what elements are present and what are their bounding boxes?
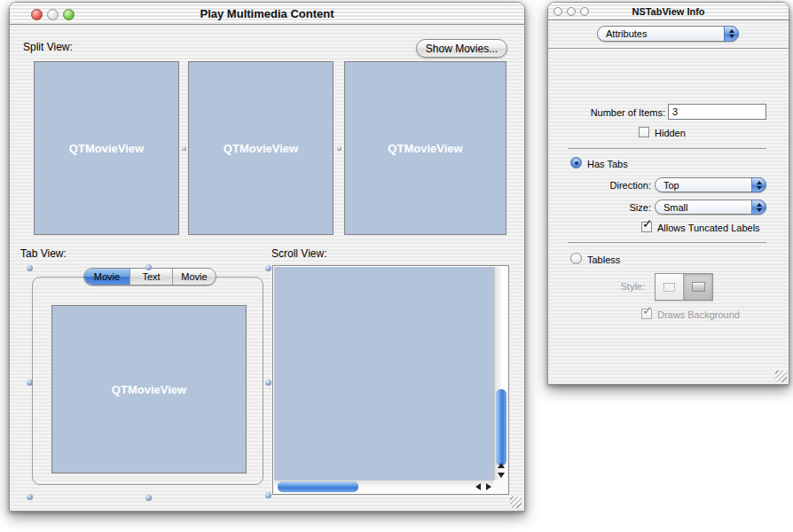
scroll-right-button[interactable]	[483, 481, 494, 493]
draws-background-checkbox: ✓	[641, 309, 652, 319]
right-arrow-icon	[486, 483, 491, 490]
tab-bar: Movie Text Movie	[83, 268, 216, 286]
tab-content-movie-view[interactable]: QTMovieView	[51, 305, 247, 473]
tab-view-label: Tab View:	[20, 247, 67, 260]
minimize-button[interactable]	[47, 9, 59, 20]
size-popup[interactable]: Small	[655, 200, 766, 215]
tab-label: Movie	[94, 271, 120, 282]
down-arrow-icon	[498, 473, 505, 478]
scrollbar-corner	[494, 480, 507, 493]
bevel-rect-icon	[692, 282, 705, 292]
split-pane-2[interactable]: QTMovieView	[188, 61, 334, 235]
window-title: Play Multimedia Content	[200, 7, 334, 20]
scroll-up-button[interactable]	[495, 460, 507, 470]
split-view-label: Split View:	[23, 41, 73, 53]
divider	[568, 148, 766, 149]
style-label: Style:	[557, 281, 645, 292]
split-divider-dimple-icon[interactable]	[182, 146, 186, 151]
tab-movie-2[interactable]: Movie	[173, 269, 216, 285]
hidden-checkbox[interactable]	[639, 127, 649, 137]
style-segmented-control	[655, 273, 713, 301]
scroll-view-content[interactable]	[274, 267, 494, 480]
selection-handle[interactable]	[265, 379, 271, 386]
has-tabs-label: Has Tabs	[587, 159, 628, 169]
number-of-items-value: 3	[672, 106, 678, 117]
divider	[568, 242, 766, 243]
show-movies-button-label: Show Movies...	[426, 43, 498, 55]
size-label: Size:	[557, 202, 651, 213]
direction-popup-value: Top	[663, 180, 679, 191]
left-arrow-icon	[475, 483, 481, 490]
main-window-titlebar[interactable]: Play Multimedia Content	[10, 3, 524, 25]
direction-popup[interactable]: Top	[655, 177, 766, 192]
checkmark-icon: ✓	[642, 216, 653, 231]
qtmovieview-label: QTMovieView	[69, 142, 144, 155]
vertical-scrollbar-thumb[interactable]	[496, 389, 506, 466]
allows-truncated-label: Allows Tuncated Labels	[657, 223, 760, 233]
qtmovieview-label: QTMovieView	[112, 383, 186, 396]
style-bezel-segment	[684, 274, 712, 300]
draws-background-label: Draws Background	[657, 309, 740, 320]
number-of-items-field[interactable]: 3	[668, 104, 766, 120]
qtmovieview-label: QTMovieView	[388, 142, 462, 155]
selection-handle[interactable]	[145, 264, 152, 270]
tab-text[interactable]: Text	[130, 269, 173, 285]
inspector-window: NSTabView Info Attributes Number of Item…	[547, 2, 789, 385]
split-pane-1[interactable]: QTMovieView	[34, 61, 179, 235]
divider	[548, 48, 789, 49]
pane-popup-value: Attributes	[606, 28, 647, 39]
resize-grip[interactable]	[510, 497, 522, 508]
scroll-left-button[interactable]	[473, 481, 483, 493]
dotted-rect-icon	[663, 283, 675, 292]
popup-stepper-icon	[751, 200, 766, 215]
selection-handle[interactable]	[27, 494, 33, 500]
has-tabs-radio[interactable]	[570, 157, 582, 168]
close-button[interactable]	[31, 9, 43, 20]
vertical-scrollbar[interactable]	[494, 267, 507, 480]
close-button[interactable]	[554, 7, 562, 16]
popup-stepper-icon	[724, 26, 739, 42]
horizontal-scrollbar-thumb[interactable]	[278, 481, 358, 492]
show-movies-button[interactable]: Show Movies...	[416, 39, 507, 58]
selection-handle[interactable]	[27, 265, 33, 271]
allows-truncated-checkbox[interactable]: ✓	[641, 222, 652, 232]
number-of-items-label: Number of Items:	[557, 107, 665, 118]
tab-label: Text	[142, 271, 160, 282]
checkmark-icon: ✓	[642, 303, 653, 317]
tab-movie-1[interactable]: Movie	[84, 269, 130, 285]
main-window: Play Multimedia Content Split View: Show…	[9, 2, 525, 512]
up-arrow-icon	[498, 463, 505, 468]
selection-handle[interactable]	[27, 379, 33, 386]
tabless-label: Tabless	[587, 254, 620, 265]
qtmovieview-label: QTMovieView	[224, 142, 298, 155]
minimize-button[interactable]	[567, 7, 576, 16]
scroll-down-button[interactable]	[495, 470, 507, 480]
direction-label: Direction:	[557, 180, 651, 191]
zoom-button[interactable]	[63, 9, 75, 20]
split-pane-3[interactable]: QTMovieView	[344, 61, 506, 235]
popup-stepper-icon	[751, 177, 766, 192]
size-popup-value: Small	[663, 202, 688, 213]
style-tabless-segment	[656, 274, 684, 300]
zoom-button[interactable]	[580, 7, 589, 16]
hidden-checkbox-label: Hidden	[655, 128, 686, 138]
resize-grip[interactable]	[775, 371, 787, 382]
selection-handle[interactable]	[265, 492, 271, 498]
selection-handle[interactable]	[265, 265, 271, 271]
inspector-titlebar[interactable]: NSTabView Info	[548, 3, 789, 20]
horizontal-scrollbar[interactable]	[274, 480, 494, 493]
inspector-title: NSTabView Info	[632, 6, 704, 17]
split-divider-dimple-icon[interactable]	[337, 146, 342, 151]
selection-handle[interactable]	[145, 495, 152, 501]
scroll-view	[272, 265, 509, 495]
inspector-pane-popup[interactable]: Attributes	[597, 26, 739, 42]
tabless-radio[interactable]	[570, 253, 582, 264]
tab-label: Movie	[181, 271, 207, 282]
scroll-view-label: Scroll View:	[271, 247, 326, 260]
